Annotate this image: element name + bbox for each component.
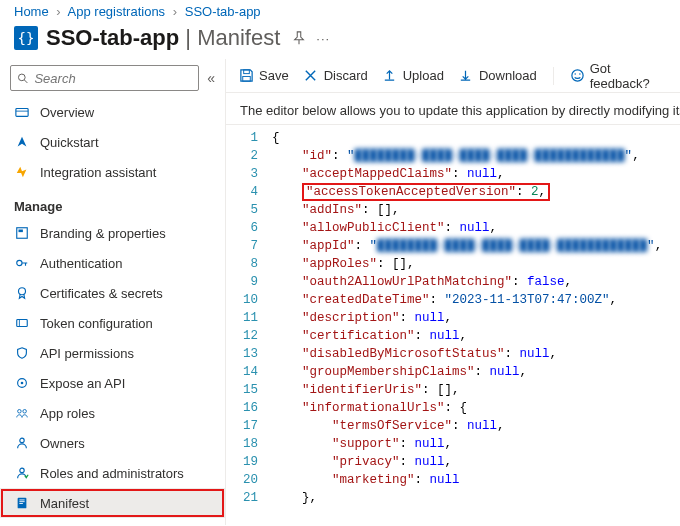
svg-rect-8 bbox=[17, 320, 28, 327]
sidebar-item-branding[interactable]: Branding & properties bbox=[0, 218, 225, 248]
auth-icon bbox=[14, 255, 30, 271]
upload-icon bbox=[382, 68, 398, 84]
svg-rect-18 bbox=[19, 501, 24, 502]
svg-rect-17 bbox=[19, 500, 24, 501]
svg-rect-21 bbox=[242, 76, 250, 81]
overview-icon bbox=[14, 104, 30, 120]
sidebar-item-label: Roles and administrators bbox=[40, 466, 184, 481]
svg-line-1 bbox=[24, 79, 27, 82]
svg-point-0 bbox=[18, 74, 25, 81]
sidebar-item-label: Integration assistant bbox=[40, 165, 156, 180]
code-area[interactable]: { "id": "████████-████-████-████-███████… bbox=[268, 125, 680, 525]
toolbar-label: Save bbox=[259, 68, 289, 83]
token-icon bbox=[14, 315, 30, 331]
search-input[interactable] bbox=[32, 70, 192, 87]
page-title: SSO-tab-app bbox=[46, 25, 179, 51]
save-icon bbox=[238, 68, 254, 84]
apiperm-icon bbox=[14, 345, 30, 361]
svg-point-22 bbox=[572, 70, 583, 81]
sidebar: « Overview Quickstart Integration assist… bbox=[0, 59, 226, 525]
content-area: Save Discard Upload Download Got feedbac… bbox=[226, 59, 680, 525]
breadcrumb-home[interactable]: Home bbox=[14, 4, 49, 19]
branding-icon bbox=[14, 225, 30, 241]
sidebar-item-label: Token configuration bbox=[40, 316, 153, 331]
owners-icon bbox=[14, 435, 30, 451]
toolbar-label: Discard bbox=[324, 68, 368, 83]
sidebar-item-certs[interactable]: Certificates & secrets bbox=[0, 278, 225, 308]
svg-rect-5 bbox=[19, 230, 23, 233]
sidebar-item-label: API permissions bbox=[40, 346, 134, 361]
sidebar-section-manage: Manage bbox=[0, 187, 225, 218]
search-input-wrapper[interactable] bbox=[10, 65, 199, 91]
svg-rect-2 bbox=[16, 109, 28, 117]
chevron-right-icon: › bbox=[173, 4, 177, 19]
toolbar-separator bbox=[553, 67, 554, 85]
svg-point-23 bbox=[574, 73, 576, 75]
sidebar-item-exposeapi[interactable]: Expose an API bbox=[0, 368, 225, 398]
search-icon bbox=[17, 72, 29, 85]
more-icon[interactable]: ··· bbox=[316, 31, 330, 46]
breadcrumb-app[interactable]: SSO-tab-app bbox=[185, 4, 261, 19]
svg-point-6 bbox=[17, 260, 22, 265]
breadcrumb-appreg[interactable]: App registrations bbox=[68, 4, 166, 19]
sidebar-item-label: App roles bbox=[40, 406, 95, 421]
sidebar-item-manifest[interactable]: Manifest bbox=[0, 488, 225, 518]
svg-point-15 bbox=[20, 468, 24, 472]
sidebar-item-overview[interactable]: Overview bbox=[0, 97, 225, 127]
sidebar-item-label: Expose an API bbox=[40, 376, 125, 391]
integration-icon bbox=[14, 164, 30, 180]
svg-point-24 bbox=[579, 73, 581, 75]
svg-rect-19 bbox=[19, 503, 23, 504]
sidebar-item-tokenconf[interactable]: Token configuration bbox=[0, 308, 225, 338]
sidebar-item-label: Authentication bbox=[40, 256, 122, 271]
manifest-icon bbox=[14, 495, 30, 511]
download-button[interactable]: Download bbox=[458, 68, 537, 84]
page-header: {} SSO-tab-app | Manifest ··· bbox=[0, 19, 680, 59]
editor-description: The editor below allows you to update th… bbox=[226, 93, 680, 124]
sidebar-item-label: Manifest bbox=[40, 496, 89, 511]
quickstart-icon bbox=[14, 134, 30, 150]
chevron-right-icon: › bbox=[56, 4, 60, 19]
sidebar-item-label: Certificates & secrets bbox=[40, 286, 163, 301]
certs-icon bbox=[14, 285, 30, 301]
sidebar-item-quickstart[interactable]: Quickstart bbox=[0, 127, 225, 157]
svg-point-14 bbox=[20, 438, 24, 442]
line-number-gutter: 123456789101112131415161718192021 bbox=[226, 125, 268, 525]
svg-point-7 bbox=[19, 288, 26, 295]
sidebar-item-integration[interactable]: Integration assistant bbox=[0, 157, 225, 187]
sidebar-item-approles[interactable]: App roles bbox=[0, 398, 225, 428]
app-icon: {} bbox=[14, 26, 38, 50]
sidebar-item-label: Owners bbox=[40, 436, 85, 451]
approles-icon bbox=[14, 405, 30, 421]
upload-button[interactable]: Upload bbox=[382, 68, 444, 84]
svg-point-11 bbox=[21, 382, 24, 385]
toolbar-label: Got feedback? bbox=[590, 61, 668, 91]
discard-icon bbox=[303, 68, 319, 84]
svg-point-12 bbox=[18, 410, 22, 414]
feedback-button[interactable]: Got feedback? bbox=[570, 61, 668, 91]
sidebar-item-label: Branding & properties bbox=[40, 226, 166, 241]
svg-rect-4 bbox=[17, 228, 28, 239]
json-editor[interactable]: 123456789101112131415161718192021 { "id"… bbox=[226, 124, 680, 525]
sidebar-item-authentication[interactable]: Authentication bbox=[0, 248, 225, 278]
save-button[interactable]: Save bbox=[238, 68, 289, 84]
toolbar-label: Upload bbox=[403, 68, 444, 83]
toolbar-label: Download bbox=[479, 68, 537, 83]
sidebar-item-label: Overview bbox=[40, 105, 94, 120]
page-subtitle: | bbox=[179, 25, 197, 51]
page-subtitle-text: Manifest bbox=[197, 25, 280, 51]
pin-icon[interactable] bbox=[292, 31, 306, 45]
collapse-sidebar-icon[interactable]: « bbox=[207, 70, 215, 86]
feedback-icon bbox=[570, 68, 585, 84]
sidebar-item-label: Quickstart bbox=[40, 135, 99, 150]
sidebar-item-apiperm[interactable]: API permissions bbox=[0, 338, 225, 368]
sidebar-item-owners[interactable]: Owners bbox=[0, 428, 225, 458]
discard-button[interactable]: Discard bbox=[303, 68, 368, 84]
sidebar-item-rolesadmins[interactable]: Roles and administrators bbox=[0, 458, 225, 488]
svg-point-13 bbox=[23, 410, 27, 414]
toolbar: Save Discard Upload Download Got feedbac… bbox=[226, 59, 680, 93]
breadcrumb: Home › App registrations › SSO-tab-app bbox=[0, 0, 680, 19]
rolesadmins-icon bbox=[14, 465, 30, 481]
exposeapi-icon bbox=[14, 375, 30, 391]
download-icon bbox=[458, 68, 474, 84]
